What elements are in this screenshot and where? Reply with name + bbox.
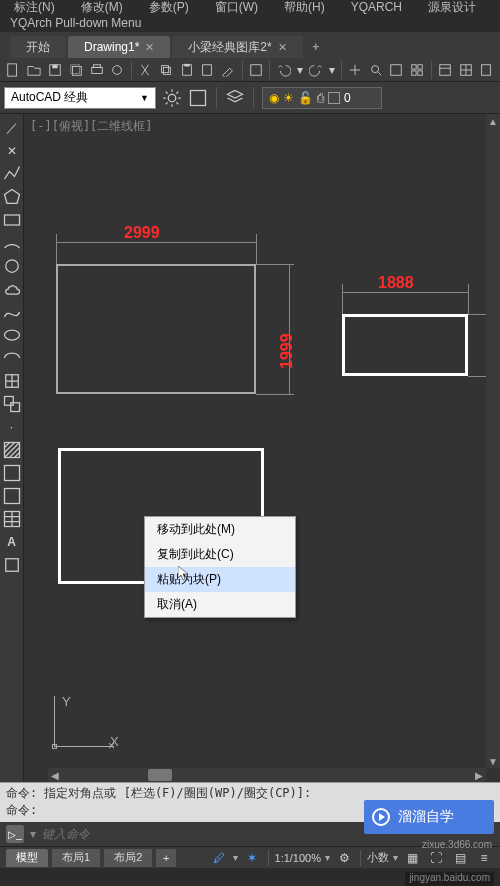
text-A-icon[interactable]: A (2, 532, 22, 552)
layer-selector[interactable]: ◉ ☀ 🔓 ⎙ 0 (262, 87, 382, 109)
gradient-icon[interactable] (2, 463, 22, 483)
region-icon[interactable] (2, 486, 22, 506)
new-icon[interactable] (4, 60, 23, 80)
menu-modify[interactable]: 修改(M) (77, 0, 127, 16)
table-icon[interactable] (2, 509, 22, 529)
ellipse-icon[interactable] (2, 325, 22, 345)
block-clip-icon[interactable] (246, 60, 265, 80)
drawing-canvas[interactable]: [-][俯视][二维线框] 2999 1999 1888 888 移动到此处(M… (24, 114, 500, 782)
spline-icon[interactable] (2, 302, 22, 322)
menu-dimension[interactable]: 标注(N) (10, 0, 59, 16)
cm-paste-as-block[interactable]: 粘贴为块(P) (145, 567, 295, 592)
polyline-icon[interactable] (2, 164, 22, 184)
undo-icon[interactable] (274, 60, 293, 80)
copy-icon[interactable] (156, 60, 175, 80)
sheets-icon[interactable] (456, 60, 475, 80)
line-icon[interactable]: ／ (2, 118, 22, 138)
clipboard-icon[interactable] (198, 60, 217, 80)
menu-help[interactable]: 帮助(H) (280, 0, 329, 16)
insert-block-icon[interactable] (2, 371, 22, 391)
viewport-label[interactable]: [-][俯视][二维线框] (30, 118, 153, 135)
redo-dropdown-icon[interactable]: ▾ (327, 60, 336, 80)
decimal-text[interactable]: 小数 (367, 850, 389, 865)
svg-rect-32 (4, 466, 19, 481)
grid-small-icon[interactable]: ▦ (402, 849, 422, 867)
toolbar-separator (431, 61, 432, 79)
undo-dropdown-icon[interactable]: ▾ (295, 60, 304, 80)
point-icon[interactable]: · (2, 417, 22, 437)
paste-icon[interactable] (177, 60, 196, 80)
scale-text[interactable]: 1:1/100% (275, 852, 321, 864)
close-icon[interactable]: ✕ (145, 41, 154, 54)
fullscreen-icon[interactable]: ⛶ (426, 849, 446, 867)
gear-icon[interactable] (162, 88, 182, 108)
command-prompt-icon[interactable]: ▷_ (6, 825, 24, 843)
close-icon[interactable]: ✕ (278, 41, 287, 54)
tab-start[interactable]: 开始 (10, 36, 66, 58)
model-tab[interactable]: 模型 (6, 849, 48, 867)
toolbar-separator (131, 61, 132, 79)
properties-icon[interactable] (436, 60, 455, 80)
cursor-icon (178, 566, 190, 582)
zoom-extents-icon[interactable] (366, 60, 385, 80)
publish-icon[interactable] (108, 60, 127, 80)
construction-line-icon[interactable]: ✕ (2, 141, 22, 161)
command-input[interactable]: 键入命令 (42, 826, 90, 843)
cm-move-here[interactable]: 移动到此处(M) (145, 517, 295, 542)
ucs-icon: Y X × (52, 694, 122, 764)
ellipse-arc-icon[interactable] (2, 348, 22, 368)
rect-2[interactable] (342, 314, 468, 376)
pan-icon[interactable] (345, 60, 364, 80)
arc-icon[interactable] (2, 233, 22, 253)
workspace-save-icon[interactable] (188, 88, 208, 108)
add-selected-icon[interactable] (2, 555, 22, 575)
menu-parametric[interactable]: 参数(P) (145, 0, 193, 16)
rectangle-icon[interactable] (2, 210, 22, 230)
tab-library[interactable]: 小梁经典图库2*✕ (172, 36, 302, 58)
layer-icon[interactable] (225, 88, 245, 108)
menu-yqarch[interactable]: YQARCH (347, 0, 406, 14)
lock-icon: 🔓 (298, 91, 313, 105)
workspace-selector[interactable]: AutoCAD 经典▼ (4, 87, 156, 109)
vertical-scrollbar[interactable]: ▲ ▼ (486, 114, 500, 768)
open-icon[interactable] (25, 60, 44, 80)
scroll-left-icon[interactable]: ◀ (48, 768, 62, 782)
saveas-icon[interactable] (66, 60, 85, 80)
svg-rect-12 (203, 64, 212, 75)
cm-cancel[interactable]: 取消(A) (145, 592, 295, 617)
cut-icon[interactable] (136, 60, 155, 80)
zoom-window-icon[interactable] (387, 60, 406, 80)
tab-drawing1[interactable]: Drawing1*✕ (68, 36, 170, 58)
customize-icon[interactable]: ≡ (474, 849, 494, 867)
cm-copy-here[interactable]: 复制到此处(C) (145, 542, 295, 567)
toolpalettes-icon[interactable] (477, 60, 496, 80)
make-block-icon[interactable] (2, 394, 22, 414)
scroll-right-icon[interactable]: ▶ (472, 768, 486, 782)
gear-small-icon[interactable]: ⚙ (334, 849, 354, 867)
menu-yuanquan[interactable]: 源泉设计 (424, 0, 480, 16)
settings-popup-icon[interactable]: ▤ (450, 849, 470, 867)
scroll-thumb[interactable] (148, 769, 172, 781)
layout-add-tab[interactable]: + (156, 849, 176, 867)
polygon-icon[interactable] (2, 187, 22, 207)
scroll-up-icon[interactable]: ▲ (486, 114, 500, 128)
horizontal-scrollbar[interactable]: ◀ ▶ (48, 768, 486, 782)
plot-icon[interactable] (87, 60, 106, 80)
circle-icon[interactable] (2, 256, 22, 276)
scroll-down-icon[interactable]: ▼ (486, 754, 500, 768)
save-icon[interactable] (46, 60, 65, 80)
layout1-tab[interactable]: 布局1 (52, 849, 100, 867)
annotation-scale-icon[interactable]: 🖊 (209, 849, 229, 867)
redo-icon[interactable] (306, 60, 325, 80)
toolbar-separator (341, 61, 342, 79)
revision-cloud-icon[interactable] (2, 279, 22, 299)
grid-icon[interactable] (408, 60, 427, 80)
annotation-visibility-icon[interactable]: ✶ (242, 849, 262, 867)
rect-1[interactable] (56, 264, 256, 394)
tab-new[interactable]: + (305, 36, 327, 58)
menu-window[interactable]: 窗口(W) (211, 0, 262, 16)
hatch-icon[interactable] (2, 440, 22, 460)
svg-rect-13 (251, 64, 262, 75)
layout2-tab[interactable]: 布局2 (104, 849, 152, 867)
matchprops-icon[interactable] (219, 60, 238, 80)
